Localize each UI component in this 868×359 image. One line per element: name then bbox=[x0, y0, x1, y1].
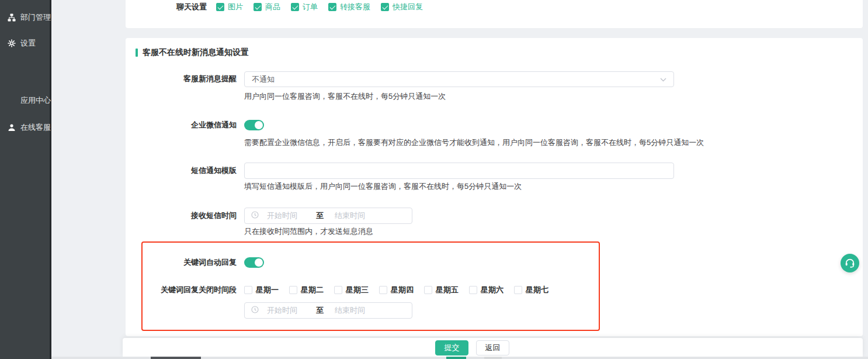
checkbox-thursday[interactable]: 星期四 bbox=[379, 285, 414, 295]
sidebar-item-label: 部门管理 bbox=[20, 12, 51, 23]
checkbox-checked-icon bbox=[381, 3, 389, 11]
sidebar-item-label: 应用中心 bbox=[20, 95, 51, 106]
wecom-notify-toggle[interactable] bbox=[244, 120, 264, 130]
checkbox-product[interactable]: 商品 bbox=[254, 2, 280, 12]
checkbox-icon bbox=[244, 286, 252, 294]
end-time-placeholder: 结束时间 bbox=[335, 305, 384, 316]
checkbox-friday[interactable]: 星期五 bbox=[424, 285, 459, 295]
sms-template-label: 短信通知模版 bbox=[126, 165, 237, 176]
sidebar-item-online-service[interactable]: 在线客服 bbox=[8, 122, 51, 133]
customer-service-float-button[interactable] bbox=[841, 254, 859, 272]
week-checkbox-row: 星期一 星期二 星期三 星期四 星期五 星期六 星期七 bbox=[244, 285, 548, 295]
checkbox-order[interactable]: 订单 bbox=[291, 2, 318, 12]
checkbox-icon bbox=[289, 286, 297, 294]
keyword-close-period-label: 关键词回复关闭时间段 bbox=[126, 285, 237, 295]
checkbox-monday[interactable]: 星期一 bbox=[244, 285, 279, 295]
headset-icon bbox=[844, 257, 856, 270]
checkbox-quick-reply[interactable]: 快捷回复 bbox=[381, 2, 423, 12]
sidebar-item-label: 设置 bbox=[20, 38, 36, 49]
clock-icon bbox=[251, 211, 259, 220]
checkbox-icon bbox=[469, 286, 477, 294]
sidebar-item-settings[interactable]: 设置 bbox=[8, 38, 36, 49]
start-time-placeholder: 开始时间 bbox=[267, 305, 316, 316]
sms-receive-time-picker[interactable]: 开始时间 至 结束时间 bbox=[244, 208, 412, 224]
checkbox-transfer-service[interactable]: 转接客服 bbox=[328, 2, 370, 12]
chat-settings-label: 聊天设置 bbox=[176, 2, 207, 12]
section-accent-bar bbox=[136, 49, 138, 57]
gear-icon bbox=[8, 39, 16, 47]
sms-template-helper: 填写短信通知模版后，用户向同一位客服咨询，客服不在线时，每5分钟只通知一次 bbox=[244, 182, 522, 191]
submit-button[interactable]: 提交 bbox=[435, 340, 468, 355]
checkbox-checked-icon bbox=[216, 3, 224, 11]
sidebar-item-app-center[interactable]: 应用中心 bbox=[8, 95, 51, 106]
org-chart-icon bbox=[8, 13, 16, 22]
new-message-alert-select[interactable]: 不通知 bbox=[244, 71, 674, 87]
partial-submit-button bbox=[446, 357, 466, 359]
sidebar: 部门管理 设置 应用中心 在线客服 bbox=[0, 0, 51, 359]
offline-notify-card: 客服不在线时新消息通知设置 客服新消息提醒 不通知 用户向同一位客服咨询，客服不… bbox=[126, 38, 863, 336]
new-message-alert-helper: 用户向同一位客服咨询，客服不在线时，每5分钟只通知一次 bbox=[244, 92, 446, 101]
checkbox-icon bbox=[514, 286, 522, 294]
back-button[interactable]: 返回 bbox=[476, 340, 509, 355]
partial-dark-element bbox=[151, 357, 201, 359]
clock-icon bbox=[251, 306, 259, 315]
start-time-placeholder: 开始时间 bbox=[267, 210, 316, 221]
time-range-separator: 至 bbox=[316, 305, 335, 316]
keyword-close-time-picker[interactable]: 开始时间 至 结束时间 bbox=[244, 302, 412, 319]
time-range-separator: 至 bbox=[316, 210, 335, 221]
keyword-auto-reply-label: 关键词自动回复 bbox=[126, 257, 237, 268]
person-icon bbox=[8, 123, 16, 132]
chevron-down-icon bbox=[660, 75, 666, 84]
sidebar-item-label: 在线客服 bbox=[20, 122, 51, 133]
end-time-placeholder: 结束时间 bbox=[335, 210, 384, 221]
sms-receive-time-label: 接收短信时间 bbox=[126, 210, 237, 221]
checkbox-checked-icon bbox=[328, 3, 336, 11]
wecom-notify-helper: 需要配置企业微信信息，开启后，客服要有对应的企业微信号才能收到通知，用户向同一位… bbox=[244, 138, 704, 147]
checkbox-saturday[interactable]: 星期六 bbox=[469, 285, 504, 295]
checkbox-tuesday[interactable]: 星期二 bbox=[289, 285, 324, 295]
new-message-alert-label: 客服新消息提醒 bbox=[126, 74, 237, 84]
chat-settings-options: 图片 商品 订单 转接客服 快捷回复 bbox=[216, 2, 423, 12]
checkbox-checked-icon bbox=[291, 3, 299, 11]
sms-receive-time-helper: 只在接收时间范围内，才发送短息消息 bbox=[244, 227, 373, 236]
action-footer: 提交 返回 bbox=[123, 338, 863, 357]
chat-settings-card: 聊天设置 图片 商品 订单 转接客服 快捷回复 bbox=[126, 0, 863, 28]
select-value: 不通知 bbox=[252, 74, 660, 85]
sms-template-input[interactable] bbox=[244, 163, 674, 179]
checkbox-wednesday[interactable]: 星期三 bbox=[334, 285, 369, 295]
sidebar-item-department[interactable]: 部门管理 bbox=[8, 12, 51, 23]
section-header: 客服不在线时新消息通知设置 bbox=[136, 47, 249, 58]
apps-grid-icon bbox=[8, 96, 16, 105]
chat-settings-row: 聊天设置 图片 商品 订单 转接客服 快捷回复 bbox=[176, 0, 423, 14]
checkbox-sunday[interactable]: 星期七 bbox=[514, 285, 548, 295]
checkbox-icon bbox=[424, 286, 432, 294]
checkbox-icon bbox=[334, 286, 342, 294]
section-title: 客服不在线时新消息通知设置 bbox=[143, 47, 249, 58]
keyword-auto-reply-toggle[interactable] bbox=[244, 257, 264, 268]
wecom-notify-label: 企业微信通知 bbox=[126, 120, 237, 130]
checkbox-icon bbox=[379, 286, 387, 294]
checkbox-image[interactable]: 图片 bbox=[216, 2, 243, 12]
partial-back-button bbox=[484, 357, 502, 359]
checkbox-checked-icon bbox=[254, 3, 262, 11]
